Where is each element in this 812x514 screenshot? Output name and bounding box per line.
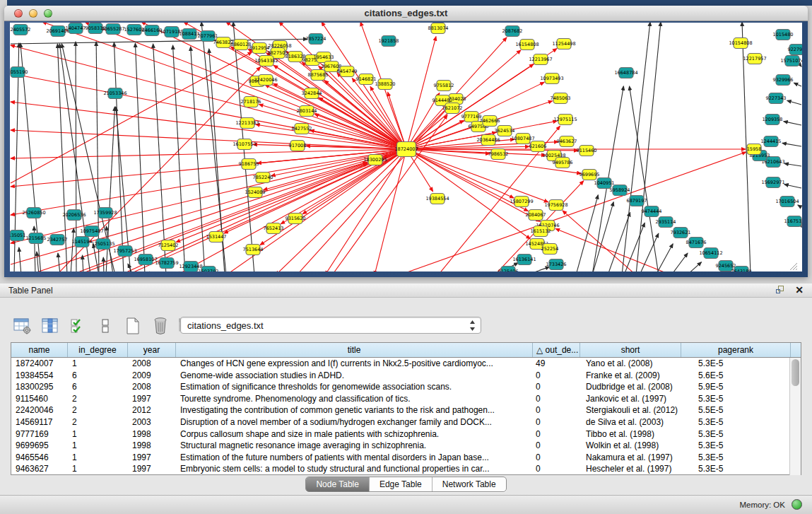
network-node[interactable]: 1244415 (761, 136, 782, 147)
table-row[interactable]: 1872400712008Changes of HCN gene express… (11, 358, 801, 370)
network-node[interactable]: 7986532 (488, 149, 509, 160)
network-node[interactable]: 19384554 (425, 194, 449, 204)
network-node[interactable]: 1215685 (26, 233, 47, 244)
network-node[interactable]: 5958924 (610, 185, 630, 196)
network-node[interactable]: 6879197 (627, 196, 647, 206)
network-node[interactable]: 2935114 (656, 217, 676, 228)
network-node[interactable]: 12975115 (553, 115, 577, 125)
network-node[interactable]: 1733426 (546, 259, 567, 270)
network-node[interactable]: 9115460 (577, 146, 597, 156)
network-node[interactable]: 8875685 (308, 70, 329, 81)
network-node[interactable]: 1388520 (375, 79, 396, 90)
network-node[interactable]: 1404747 (66, 23, 86, 34)
table-row[interactable]: 1938455462009Genome-wide association stu… (11, 370, 801, 382)
network-node[interactable]: 16154808 (515, 40, 539, 50)
scrollbar-thumb[interactable] (792, 359, 799, 386)
network-node[interactable]: 8454749 (337, 66, 358, 77)
network-node[interactable]: 20206536 (62, 210, 86, 221)
network-node[interactable]: 9125406 (498, 267, 519, 272)
network-node[interactable]: 7485063 (551, 93, 571, 104)
column-header-year[interactable]: year (128, 343, 176, 357)
network-node[interactable]: 1209358 (763, 115, 783, 125)
network-node[interactable]: 135051 (10, 230, 25, 241)
column-header-in_degree[interactable]: in_degree (68, 343, 128, 357)
network-node[interactable]: 922795 (788, 45, 802, 55)
table-row[interactable]: 2242004622012Investigating the contribut… (11, 404, 801, 416)
network-node[interactable]: 8912954 (249, 43, 270, 54)
table-row[interactable]: 946554611997Estimation of the future num… (11, 452, 801, 464)
network-node[interactable]: 16648784 (614, 68, 637, 78)
table-row[interactable]: 1830029562008Estimation of significance … (11, 381, 801, 393)
network-graph[interactable]: 2405572206914061404747905831610655287152… (10, 23, 802, 271)
network-node[interactable]: 9146821 (356, 74, 377, 85)
network-node[interactable]: 17016504 (775, 197, 799, 207)
network-node[interactable]: 8466160 (142, 25, 163, 36)
network-node[interactable]: 17957253 (113, 246, 136, 257)
network-node[interactable]: 2087682 (502, 26, 523, 37)
network-node[interactable]: 10154808 (729, 38, 752, 49)
network-node[interactable]: 9495786 (553, 158, 573, 168)
column-header-title[interactable]: title (176, 343, 533, 357)
show-columns-icon[interactable] (40, 316, 60, 336)
network-node[interactable]: 16782759 (155, 258, 178, 269)
network-node[interactable]: 9227343 (766, 93, 787, 104)
network-node[interactable]: 2342757 (47, 235, 68, 245)
network-node[interactable]: 12213383 (235, 118, 259, 129)
network-node[interactable]: 2055190 (10, 67, 28, 78)
window-titlebar[interactable]: citations_edges.txt (4, 6, 808, 21)
network-node[interactable]: 20364486 (476, 135, 500, 146)
network-node[interactable]: 7462666 (480, 116, 500, 127)
network-node[interactable]: 9329966 (773, 75, 794, 86)
table-row[interactable]: 946362711997Embryonic stem cells: a mode… (11, 463, 801, 475)
network-node[interactable]: 9463627 (557, 136, 577, 147)
network-node[interactable]: 8471676 (686, 238, 707, 248)
network-node[interactable]: 9474444 (642, 206, 662, 217)
close-panel-icon[interactable]: ✕ (795, 285, 804, 295)
network-node[interactable]: 8427552 (292, 124, 312, 134)
network-node[interactable]: 10654112 (699, 248, 722, 259)
resize-grip-icon[interactable] (790, 263, 797, 270)
network-node[interactable]: 7852240 (253, 173, 273, 183)
network-node[interactable]: 9777169 (461, 112, 482, 122)
network-node[interactable]: 18724007 (394, 142, 418, 157)
network-node[interactable]: 15958 (747, 144, 762, 155)
column-header-name[interactable]: name (11, 343, 68, 357)
network-node[interactable]: 1615132 (531, 226, 551, 237)
network-node[interactable]: 12213967 (529, 54, 552, 65)
tab-edge-table[interactable]: Edge Table (370, 477, 433, 491)
network-node[interactable]: 1524089 (245, 187, 266, 198)
network-node[interactable]: 16136141 (512, 255, 536, 265)
network-node[interactable]: 1145194 (72, 237, 93, 247)
network-node[interactable]: 10975487 (80, 226, 103, 237)
network-node[interactable]: 25260850 (22, 208, 45, 218)
memory-status-icon[interactable] (792, 499, 802, 510)
network-node[interactable]: 1621072 (442, 103, 463, 114)
table-row[interactable]: 969969511998Structural magnetic resonanc… (11, 440, 801, 452)
network-node[interactable]: 1531447 (206, 232, 227, 243)
network-node[interactable]: 9755812 (434, 81, 454, 91)
network-node[interactable]: 11254498 (552, 39, 575, 49)
delete-column-icon[interactable] (151, 316, 170, 336)
network-node[interactable]: 252254 (541, 244, 559, 255)
column-header-short[interactable]: short (580, 343, 681, 357)
network-node[interactable]: 9315620 (286, 214, 306, 224)
network-node[interactable]: 3624534 (495, 126, 515, 136)
network-node[interactable]: 2718176 (241, 97, 261, 107)
network-node[interactable]: 1921858 (379, 36, 399, 47)
network-node[interactable]: 917008 (289, 141, 307, 151)
network-canvas[interactable]: 2405572206914061404747905831610655287152… (10, 23, 802, 271)
network-node[interactable]: 16107553 (233, 139, 256, 150)
network-node[interactable]: 1015480 (773, 30, 794, 40)
tab-node-table[interactable]: Node Table (306, 477, 370, 491)
network-node[interactable]: 1167533 (784, 216, 802, 227)
network-node[interactable]: 12217957 (743, 54, 766, 64)
network-node[interactable]: 2084067 (526, 210, 546, 221)
network-node[interactable]: 7652413 (264, 223, 284, 234)
network-node[interactable]: 3242844 (302, 88, 322, 99)
float-panel-icon[interactable] (776, 286, 785, 295)
table-scrollbar[interactable] (789, 358, 801, 475)
column-header-out_de[interactable]: △ out_de... (533, 343, 580, 357)
network-node[interactable]: 621606 (529, 141, 547, 152)
network-node[interactable]: 7932621 (671, 228, 691, 238)
table-row[interactable]: 911546021997Tourette syndrome. Phenomeno… (11, 393, 801, 405)
